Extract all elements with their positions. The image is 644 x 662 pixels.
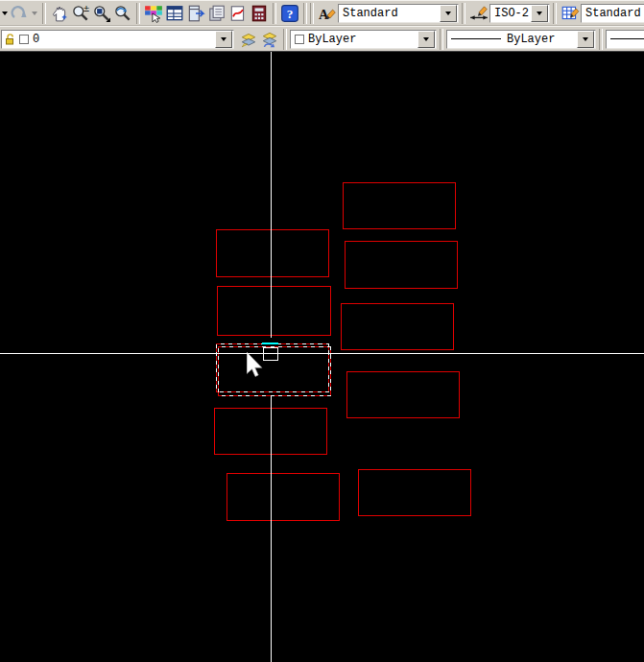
drawn-rectangle[interactable] (216, 229, 329, 277)
designcenter-icon (165, 4, 184, 23)
dim-style-value: ISO-25 (494, 7, 529, 20)
redo-button[interactable] (9, 3, 30, 24)
separator (273, 3, 276, 24)
quickcalc-button[interactable] (249, 3, 270, 24)
drawn-rectangle[interactable] (341, 303, 454, 350)
layer-value: 0 (33, 33, 213, 46)
chevron-down-icon (221, 37, 227, 41)
chevron-down-icon (537, 12, 542, 15)
separator (440, 29, 443, 50)
separator (283, 29, 287, 50)
undo-flyout-button[interactable] (1, 3, 9, 24)
svg-text:A: A (319, 6, 329, 21)
linetype-combobox[interactable]: ByLayer (446, 30, 596, 49)
chevron-down-icon (423, 37, 429, 41)
separator (310, 3, 314, 24)
help-button[interactable]: ? (279, 3, 300, 24)
pickbox (263, 347, 278, 361)
redo-icon (11, 5, 28, 22)
drawn-rectangle[interactable] (346, 371, 460, 418)
undo-flyout-arrow-icon (2, 12, 8, 15)
drawn-rectangle[interactable] (358, 469, 471, 516)
make-layer-current-icon (239, 30, 258, 49)
zoom-window-icon (92, 4, 111, 23)
drawn-rectangle[interactable] (345, 241, 458, 289)
text-style-combobox[interactable]: Standard (338, 4, 459, 23)
text-style-button[interactable]: A (317, 3, 338, 24)
dim-style-button[interactable] (468, 3, 489, 24)
markup-button[interactable] (227, 3, 249, 24)
layer-color-swatch (19, 35, 29, 44)
svg-text:?: ? (287, 7, 294, 21)
svg-text:±: ± (83, 4, 89, 13)
unlocked-padlock-icon (4, 33, 17, 46)
drawn-rectangle[interactable] (217, 286, 331, 336)
layer-combobox[interactable]: 0 (1, 30, 234, 49)
crosshair-vertical-line (271, 396, 272, 662)
separator (303, 3, 307, 24)
lineweight-combobox[interactable] (606, 30, 644, 49)
table-style-icon (561, 4, 580, 23)
zoom-window-button[interactable] (91, 3, 112, 24)
separator (136, 3, 140, 24)
toolpalettes-button[interactable] (185, 3, 206, 24)
text-style-dropdown-button[interactable] (440, 5, 457, 22)
lineweight-glyph (610, 38, 644, 39)
properties-icon (144, 4, 163, 23)
dim-style-dropdown-button[interactable] (531, 5, 548, 22)
table-style-value: Standard (585, 7, 644, 20)
redo-flyout-arrow-icon (32, 12, 37, 15)
linetype-value: ByLayer (507, 33, 575, 46)
layer-previous-button[interactable] (259, 29, 280, 50)
drawn-rectangle[interactable] (227, 473, 340, 521)
toolpalettes-icon (186, 4, 205, 23)
dim-style-icon (468, 4, 489, 23)
zoom-realtime-icon: ± (71, 4, 90, 23)
layers-toolbar: 0 ByLayer ByLayer (0, 26, 644, 52)
color-swatch (295, 35, 304, 44)
redo-flyout-button[interactable] (30, 3, 39, 24)
color-combobox[interactable]: ByLayer (290, 30, 437, 49)
sheetset-button[interactable] (206, 3, 227, 24)
sheetset-icon (207, 4, 227, 23)
standard-toolbar: ± (0, 0, 644, 26)
chevron-down-icon (583, 37, 588, 41)
chevron-down-icon (445, 12, 451, 15)
zoom-previous-button[interactable] (112, 3, 133, 24)
drawn-rectangle[interactable] (343, 182, 456, 229)
designcenter-button[interactable] (164, 3, 185, 24)
make-layer-current-button[interactable] (238, 29, 259, 50)
zoom-realtime-button[interactable]: ± (70, 3, 91, 24)
separator (42, 3, 46, 24)
pan-hand-icon (51, 5, 68, 22)
text-style-value: Standard (343, 7, 438, 20)
color-dropdown-button[interactable] (417, 31, 435, 48)
layer-previous-icon (260, 30, 279, 49)
zoom-previous-icon (113, 4, 132, 23)
color-value: ByLayer (308, 33, 416, 46)
linetype-dropdown-button[interactable] (577, 31, 594, 48)
text-style-icon: A (318, 4, 337, 23)
snap-highlight-segment (262, 343, 278, 344)
markup-icon (228, 4, 248, 23)
quickcalc-icon (250, 4, 269, 23)
dim-style-combobox[interactable]: ISO-25 (489, 4, 550, 23)
linetype-glyph (451, 38, 501, 39)
properties-button[interactable] (143, 3, 164, 24)
crosshair-horizontal-line (0, 353, 644, 354)
pan-realtime-button[interactable] (49, 3, 70, 24)
help-icon: ? (280, 4, 299, 23)
drawing-canvas[interactable] (0, 52, 644, 662)
table-style-button[interactable] (560, 3, 581, 24)
table-style-combobox[interactable]: Standard (581, 4, 644, 23)
crosshair-vertical-line (271, 52, 272, 338)
separator (462, 3, 465, 24)
separator (553, 3, 557, 24)
layer-dropdown-button[interactable] (215, 31, 232, 48)
separator (599, 29, 603, 50)
